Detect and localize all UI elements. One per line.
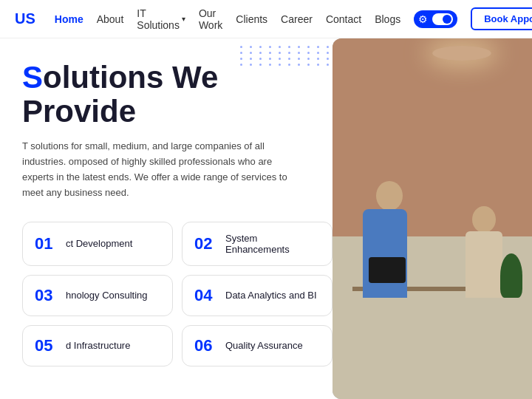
decorative-dot bbox=[327, 58, 329, 60]
title-highlight: S bbox=[22, 60, 43, 95]
decorative-dot bbox=[298, 64, 300, 66]
decorative-dot bbox=[259, 52, 262, 54]
service-card-1[interactable]: 01 ct Development bbox=[22, 222, 173, 266]
decorative-dot bbox=[327, 64, 329, 66]
person2-body bbox=[466, 231, 502, 298]
decorative-dot bbox=[250, 64, 252, 66]
decorative-dot bbox=[240, 58, 242, 60]
decorative-dot bbox=[240, 46, 242, 48]
decorative-dot bbox=[317, 46, 319, 48]
nav-home[interactable]: Home bbox=[55, 13, 83, 25]
service-label: d Infrastructure bbox=[66, 340, 130, 351]
decorative-dot bbox=[259, 58, 262, 60]
service-label: hnology Consulting bbox=[66, 290, 148, 301]
decorative-dot bbox=[240, 64, 242, 66]
services-grid: 01 ct Development 02 System Enhancements… bbox=[22, 222, 332, 366]
navbar: US Home About IT Solutions ▾ Our Work Cl… bbox=[0, 0, 532, 38]
dropdown-arrow-icon: ▾ bbox=[182, 15, 185, 23]
hero-content: Solutions We Provide T solutions for sma… bbox=[22, 61, 340, 384]
service-label: Quality Assurance bbox=[225, 340, 303, 351]
decorative-dot bbox=[279, 46, 281, 48]
decorative-dot bbox=[317, 64, 319, 66]
person1-laptop bbox=[369, 257, 406, 283]
nav-it-solutions[interactable]: IT Solutions ▾ bbox=[137, 7, 185, 31]
nav-about[interactable]: About bbox=[97, 13, 124, 25]
person1-body bbox=[363, 209, 407, 298]
hero-image bbox=[332, 38, 532, 399]
decorative-dot bbox=[279, 52, 281, 54]
service-number: 06 bbox=[194, 336, 218, 355]
service-card-3[interactable]: 03 hnology Consulting bbox=[22, 275, 173, 316]
plant-decoration bbox=[500, 253, 522, 298]
service-card-5[interactable]: 05 d Infrastructure bbox=[22, 325, 173, 366]
decorative-dot bbox=[250, 46, 252, 48]
decorative-dot bbox=[269, 58, 271, 60]
decorative-dot bbox=[279, 64, 281, 66]
service-label: ct Development bbox=[66, 238, 132, 249]
decorative-dot bbox=[307, 52, 310, 54]
decorative-dot bbox=[317, 58, 319, 60]
nav-contact[interactable]: Contact bbox=[326, 13, 361, 25]
decorative-dot bbox=[269, 52, 271, 54]
decorative-dot bbox=[240, 52, 242, 54]
nav-our-work[interactable]: Our Work bbox=[199, 7, 222, 31]
service-label: System Enhancements bbox=[225, 233, 320, 255]
service-number: 01 bbox=[35, 234, 58, 253]
decorative-dot bbox=[250, 58, 252, 60]
decorative-dot bbox=[298, 46, 300, 48]
decorative-dot bbox=[259, 64, 262, 66]
decorative-dot bbox=[259, 46, 262, 48]
gear-icon: ⚙ bbox=[418, 13, 428, 25]
decorative-dot bbox=[269, 64, 271, 66]
decorative-dot bbox=[288, 52, 290, 54]
decorative-dot bbox=[298, 52, 300, 54]
service-card-4[interactable]: 04 Data Analytics and BI bbox=[182, 275, 332, 316]
service-number: 04 bbox=[194, 286, 218, 305]
decorative-dot bbox=[279, 58, 281, 60]
dots-decoration bbox=[240, 46, 332, 66]
toggle-switch[interactable] bbox=[432, 13, 453, 25]
decorative-dot bbox=[298, 58, 300, 60]
service-number: 02 bbox=[194, 234, 218, 253]
hero-title: Solutions We Provide bbox=[22, 61, 340, 129]
hero-section: Solutions We Provide T solutions for sma… bbox=[0, 38, 532, 399]
theme-toggle[interactable]: ⚙ bbox=[414, 10, 457, 28]
decorative-dot bbox=[288, 58, 290, 60]
book-appointment-button[interactable]: Book Appointment bbox=[471, 7, 532, 30]
service-number: 03 bbox=[35, 286, 58, 305]
service-card-2[interactable]: 02 System Enhancements bbox=[182, 222, 332, 266]
service-card-6[interactable]: 06 Quality Assurance bbox=[182, 325, 332, 366]
decorative-dot bbox=[307, 64, 310, 66]
nav-links: Home About IT Solutions ▾ Our Work Clien… bbox=[55, 7, 400, 31]
decorative-dot bbox=[327, 46, 329, 48]
nav-logo: US bbox=[15, 10, 35, 27]
decorative-dot bbox=[288, 64, 290, 66]
service-number: 05 bbox=[35, 336, 58, 355]
decorative-dot bbox=[327, 52, 329, 54]
team-photo bbox=[332, 38, 532, 399]
decorative-dot bbox=[307, 46, 310, 48]
decorative-dot bbox=[269, 46, 271, 48]
decorative-dot bbox=[288, 46, 290, 48]
nav-blogs[interactable]: Blogs bbox=[375, 13, 400, 25]
decorative-dot bbox=[250, 52, 252, 54]
decorative-dot bbox=[307, 58, 310, 60]
lamp-icon bbox=[432, 46, 491, 61]
wall-bg bbox=[332, 38, 532, 236]
nav-career[interactable]: Career bbox=[281, 13, 313, 25]
nav-clients[interactable]: Clients bbox=[236, 13, 267, 25]
service-label: Data Analytics and BI bbox=[225, 290, 317, 301]
decorative-dot bbox=[317, 52, 319, 54]
title-dark-part1: olutions bbox=[43, 60, 163, 95]
hero-description: T solutions for small, medium, and large… bbox=[22, 139, 303, 200]
